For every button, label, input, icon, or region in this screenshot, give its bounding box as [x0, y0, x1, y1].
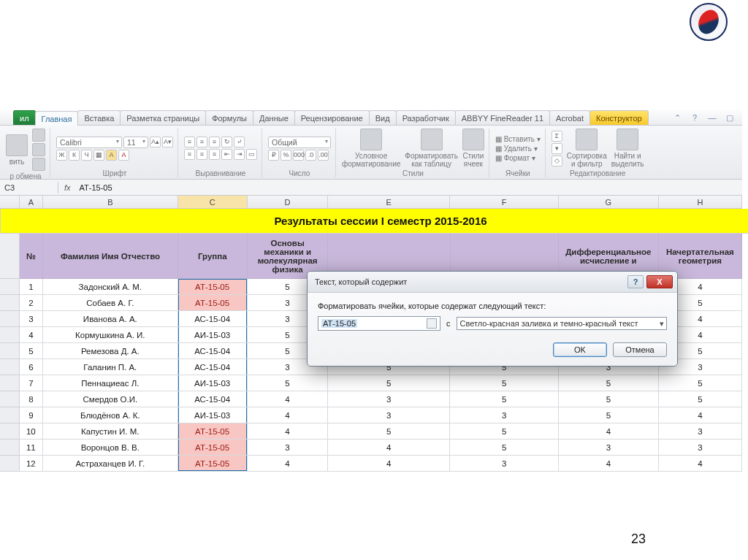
cell-fio[interactable]: Капустин И. М. — [43, 423, 178, 440]
cell-E[interactable]: 5 — [328, 375, 450, 391]
col-header-A[interactable]: A — [20, 196, 43, 208]
row-header[interactable] — [0, 407, 20, 423]
cell-F[interactable]: 5 — [450, 423, 558, 440]
cell-H[interactable]: 4 — [659, 456, 742, 472]
tab-acrobat[interactable]: Acrobat — [549, 110, 590, 125]
format-as-table-icon[interactable] — [421, 129, 443, 150]
cell-D[interactable]: 5 — [248, 375, 328, 391]
cell-E[interactable]: 3 — [328, 407, 450, 423]
select-all-corner[interactable] — [0, 196, 20, 208]
cell-H[interactable]: 3 — [659, 440, 742, 456]
cell-group[interactable]: АТ-15-05 — [178, 440, 248, 456]
col-header-F[interactable]: F — [450, 196, 558, 208]
align-mid-icon[interactable]: ≡ — [196, 137, 207, 147]
cell-F[interactable]: 3 — [450, 407, 558, 423]
cell-G[interactable]: 5 — [559, 375, 659, 391]
col-header-G[interactable]: G — [559, 196, 659, 208]
tab-abbyy[interactable]: ABBYY FineReader 11 — [455, 110, 550, 125]
cell-fio[interactable]: Собаев А. Г. — [43, 295, 178, 311]
indent-inc-icon[interactable]: ⇥ — [234, 149, 245, 160]
align-top-icon[interactable]: ≡ — [184, 137, 195, 147]
cell-D[interactable]: 3 — [248, 440, 328, 456]
cell-styles-icon[interactable] — [462, 129, 484, 150]
window-minimize-icon[interactable]: — — [707, 113, 717, 123]
cell-H[interactable]: 5 — [659, 375, 742, 391]
row-header[interactable] — [0, 343, 20, 359]
cell-group[interactable]: АТ-15-05 — [178, 456, 248, 472]
cell-num[interactable]: 9 — [20, 407, 43, 423]
cell-num[interactable]: 10 — [20, 423, 43, 440]
cell-num[interactable]: 11 — [20, 440, 43, 456]
row-header[interactable] — [0, 456, 20, 472]
cell-G[interactable]: 5 — [559, 407, 659, 423]
cell-G[interactable]: 4 — [559, 423, 659, 440]
cell-fio[interactable]: Блюдёнов А. К. — [43, 407, 178, 423]
cell-fio[interactable]: Ремезова Д. А. — [43, 343, 178, 359]
help-icon[interactable]: ? — [690, 113, 700, 123]
dec-decimal-icon[interactable]: .00 — [318, 150, 329, 161]
cell-group[interactable]: АИ-15-03 — [178, 327, 248, 343]
find-select-icon[interactable] — [617, 129, 638, 150]
tab-data[interactable]: Данные — [253, 110, 295, 125]
insert-cells-button[interactable]: ▦ Вставить ▾ — [495, 135, 541, 143]
row-header[interactable] — [0, 375, 20, 391]
indent-dec-icon[interactable]: ⇤ — [221, 149, 232, 160]
align-left-icon[interactable]: ≡ — [184, 149, 195, 160]
col-header-H[interactable]: H — [659, 196, 742, 208]
cell-num[interactable]: 8 — [20, 391, 43, 407]
cell-fio[interactable]: Галанин П. А. — [43, 359, 178, 375]
cell-E[interactable]: 5 — [328, 423, 450, 440]
cell-group[interactable]: АС-15-04 — [178, 311, 248, 327]
row-header[interactable] — [0, 327, 20, 343]
tab-review[interactable]: Рецензирование — [294, 110, 370, 125]
cell-group[interactable]: АТ-15-05 — [178, 295, 248, 311]
cell-num[interactable]: 5 — [20, 343, 43, 359]
cell-D[interactable]: 4 — [248, 456, 328, 472]
format-painter-icon[interactable] — [32, 158, 45, 171]
cell-fio[interactable]: Астраханцев И. Г. — [43, 456, 178, 472]
percent-icon[interactable]: % — [280, 150, 291, 161]
cell-E[interactable]: 4 — [328, 456, 450, 472]
cell-F[interactable]: 5 — [450, 375, 558, 391]
font-size-select[interactable]: 11 — [123, 137, 148, 148]
copy-icon[interactable] — [32, 143, 45, 156]
orientation-icon[interactable]: ↻ — [221, 137, 232, 147]
cell-fio[interactable]: Пеннациеас Л. — [43, 375, 178, 391]
increase-font-icon[interactable]: A▴ — [150, 137, 161, 147]
italic-button[interactable]: К — [69, 150, 80, 161]
inc-decimal-icon[interactable]: .0 — [305, 150, 316, 161]
font-name-select[interactable]: Calibri — [56, 137, 122, 148]
name-box[interactable]: C3 — [0, 182, 58, 193]
col-header-B[interactable]: B — [43, 196, 178, 208]
dialog-cancel-button[interactable]: Отмена — [613, 342, 667, 357]
align-center-icon[interactable]: ≡ — [196, 149, 207, 160]
cell-D[interactable]: 4 — [248, 391, 328, 407]
align-bot-icon[interactable]: ≡ — [209, 137, 220, 147]
cell-group[interactable]: АТ-15-05 — [178, 279, 248, 295]
tab-table-design[interactable]: Конструктор — [589, 110, 649, 125]
fill-icon[interactable]: ▾ — [552, 143, 562, 154]
row-header[interactable] — [0, 440, 20, 456]
cell-num[interactable]: 4 — [20, 327, 43, 343]
align-right-icon[interactable]: ≡ — [209, 149, 220, 160]
cell-group[interactable]: АИ-15-03 — [178, 407, 248, 423]
cell-group[interactable]: АС-15-04 — [178, 343, 248, 359]
fx-icon[interactable]: fx — [58, 183, 77, 192]
range-picker-icon[interactable] — [427, 318, 437, 329]
bold-button[interactable]: Ж — [56, 150, 67, 161]
autosum-icon[interactable]: Σ — [552, 131, 562, 142]
row-header[interactable] — [0, 295, 20, 311]
cell-fio[interactable]: Кормушкина А. И. — [43, 327, 178, 343]
cell-E[interactable]: 4 — [328, 440, 450, 456]
border-icon[interactable]: ▦ — [94, 150, 104, 161]
cell-num[interactable]: 3 — [20, 311, 43, 327]
dialog-format-select[interactable]: Светло-красная заливка и темно-красный т… — [457, 317, 668, 330]
cell-group[interactable]: АС-15-04 — [178, 359, 248, 375]
cell-E[interactable]: 3 — [328, 391, 450, 407]
cell-H[interactable]: 3 — [659, 423, 742, 440]
clear-icon[interactable]: ◇ — [552, 156, 562, 166]
row-header[interactable] — [0, 311, 20, 327]
cell-group[interactable]: АИ-15-03 — [178, 375, 248, 391]
currency-icon[interactable]: ₽ — [268, 150, 279, 161]
cell-G[interactable]: 4 — [559, 456, 659, 472]
